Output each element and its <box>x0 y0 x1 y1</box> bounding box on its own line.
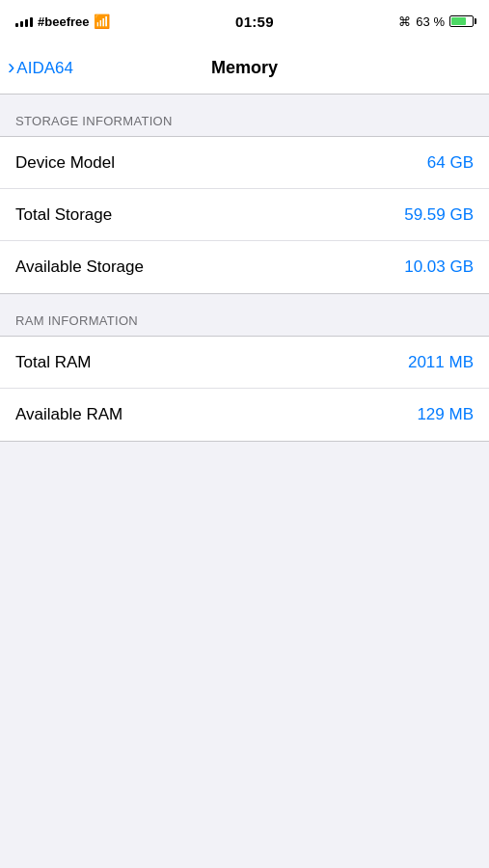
back-label: AIDA64 <box>16 59 73 78</box>
device-model-label: Device Model <box>15 153 115 173</box>
status-left: #beefree 📶 <box>15 14 110 29</box>
total-ram-row: Total RAM 2011 MB <box>0 337 489 389</box>
carrier-label: #beefree <box>38 14 89 29</box>
status-time: 01:59 <box>235 14 274 30</box>
content-area: STORAGE INFORMATION Device Model 64 GB T… <box>0 95 489 731</box>
wifi-icon: 📶 <box>94 14 110 29</box>
device-model-value: 64 GB <box>427 153 474 173</box>
available-ram-value: 129 MB <box>417 405 474 424</box>
status-bar: #beefree 📶 01:59 ⌘ 63 % <box>0 0 489 42</box>
available-ram-label: Available RAM <box>15 405 122 424</box>
available-storage-value: 10.03 GB <box>404 258 474 277</box>
available-storage-label: Available Storage <box>15 258 144 277</box>
available-ram-row: Available RAM 129 MB <box>0 389 489 441</box>
battery-icon <box>449 15 474 27</box>
back-button[interactable]: › AIDA64 <box>8 58 73 78</box>
device-model-row: Device Model 64 GB <box>0 137 489 189</box>
nav-bar: › AIDA64 Memory <box>0 42 489 95</box>
page-title: Memory <box>211 58 278 78</box>
ram-table-group: Total RAM 2011 MB Available RAM 129 MB <box>0 336 489 442</box>
location-icon: ⌘ <box>398 14 411 29</box>
empty-area <box>0 442 489 731</box>
total-storage-row: Total Storage 59.59 GB <box>0 189 489 241</box>
status-right: ⌘ 63 % <box>398 14 474 29</box>
ram-section-header: RAM INFORMATION <box>0 294 489 336</box>
total-storage-value: 59.59 GB <box>404 205 474 225</box>
available-storage-row: Available Storage 10.03 GB <box>0 241 489 293</box>
total-ram-value: 2011 MB <box>408 353 474 372</box>
signal-bars-icon <box>15 15 33 27</box>
battery-percent-label: 63 % <box>416 14 445 29</box>
storage-table-group: Device Model 64 GB Total Storage 59.59 G… <box>0 136 489 294</box>
total-storage-label: Total Storage <box>15 205 112 225</box>
storage-section-header: STORAGE INFORMATION <box>0 95 489 136</box>
chevron-left-icon: › <box>8 57 14 78</box>
total-ram-label: Total RAM <box>15 353 91 372</box>
